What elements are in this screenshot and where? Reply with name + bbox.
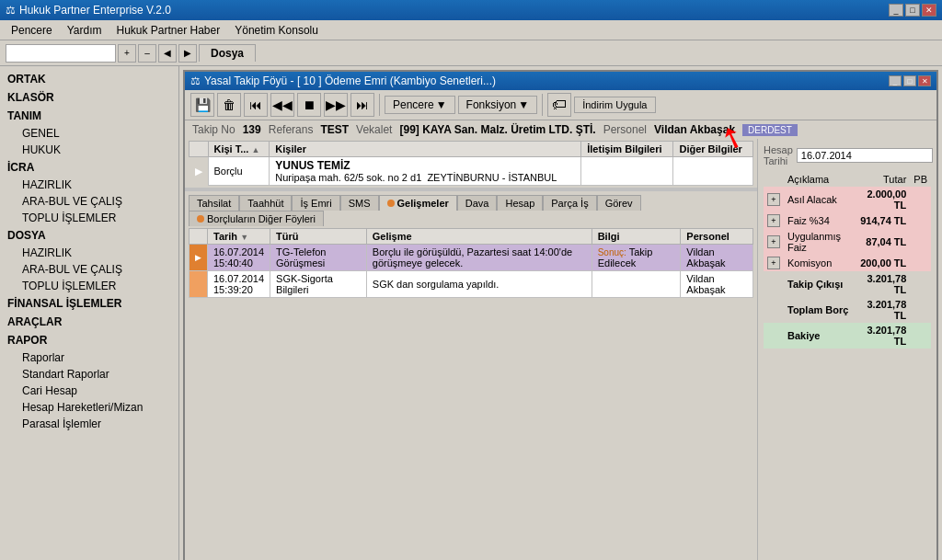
sidebar-item-dosya-toplu[interactable]: TOPLU İŞLEMLER [0, 278, 178, 294]
menu-yardim[interactable]: Yardım [60, 22, 109, 39]
takip-no: 139 [243, 123, 261, 136]
app-icon: ⚖ [6, 4, 16, 17]
menu-pencere[interactable]: Pencere [4, 22, 60, 39]
col-personel: Personel [681, 229, 753, 245]
hesap-tarihi-row: Hesap Tarihi ▼ [764, 144, 931, 166]
delete-btn[interactable]: 🗑 [217, 93, 241, 117]
inner-title-bar: ⚖ Yasal Takip Föyü - [ 10 ] Ödeme Emri (… [185, 72, 936, 90]
takip-amount: 3.201,78 TL [856, 271, 910, 297]
inner-minimize-btn[interactable]: _ [889, 75, 902, 86]
takip-label: Takip Çıkışı [784, 271, 856, 297]
sidebar-item-hesap-hareketleri[interactable]: Hesap Hareketleri/Mizan [0, 399, 178, 416]
sidebar-item-standart[interactable]: Standart Raporlar [0, 366, 178, 383]
col-gelisme: Gelişme [366, 229, 592, 245]
tutar-header: Tutar [856, 172, 910, 187]
forward-btn[interactable]: ▶ [178, 44, 197, 63]
sidebar-item-icra-toplu[interactable]: TOPLU İŞLEMLER [0, 210, 178, 226]
save-btn[interactable]: 💾 [190, 93, 214, 117]
durum-badge: DERDEST [742, 124, 798, 136]
sidebar-section-rapor: RAPOR [0, 331, 178, 349]
bakiye-amount: 3.201,78 TL [856, 323, 910, 349]
last-btn[interactable]: ⏭ [350, 93, 374, 117]
inner-maximize-btn[interactable]: □ [903, 75, 916, 86]
inner-window-title: Yasal Takip Föyü - [ 10 ] Ödeme Emri (Ka… [204, 74, 496, 87]
expand-asil[interactable]: + [767, 193, 780, 206]
gelisme-row-1[interactable]: ▶ 16.07.201415:40:40 TG-Telefon Görüşmes… [190, 245, 753, 271]
first-btn[interactable]: ⏮ [244, 93, 268, 117]
expand-uyg[interactable]: + [767, 235, 780, 248]
pencere-dropdown[interactable]: Pencere ▼ [385, 96, 455, 114]
sidebar-item-hukuk[interactable]: HUKUK [0, 142, 178, 158]
expand-faiz[interactable]: + [767, 214, 780, 227]
inner-window-icon: ⚖ [190, 74, 201, 87]
tab-diger-foyleri[interactable]: Borçluların Diğer Föyleri [189, 211, 324, 226]
col-tur: Türü [270, 229, 367, 245]
sidebar-section-tanim: TANIM [0, 107, 178, 125]
main-layout: ORTAK KLASÖR TANIM GENEL HUKUK İCRA HAZI… [0, 66, 942, 560]
tab-tahsilat[interactable]: Tahsilat [189, 195, 239, 211]
uyg-label: Uygulanmış Faiz [784, 229, 856, 255]
minimize-btn[interactable]: _ [889, 4, 903, 17]
app-title: Hukuk Partner Enterprise V.2.0 [19, 4, 171, 17]
tab-gelismeler[interactable]: Gelişmeler [379, 195, 457, 211]
komis-amount: 200,00 TL [856, 255, 910, 271]
menu-haber[interactable]: Hukuk Partner Haber [109, 22, 228, 39]
fonksiyon-dropdown[interactable]: Fonksiyon ▼ [458, 96, 538, 114]
summary-table: Açıklama Tutar PB + Asıl Alacak 2.000,00… [764, 172, 931, 349]
add-nav-btn[interactable]: + [118, 44, 136, 63]
next-btn[interactable]: ▶▶ [324, 93, 348, 117]
sidebar-item-icra-hazirlik[interactable]: HAZIRLIK [0, 177, 178, 193]
expand-komis[interactable]: + [767, 257, 780, 269]
maximize-btn[interactable]: □ [905, 4, 920, 17]
iletisim-cell [581, 157, 673, 186]
close-btn[interactable]: ✕ [922, 4, 936, 17]
gelisme-row-2[interactable]: 16.07.201415:39:20 SGK-Sigorta Bilgileri… [190, 271, 753, 298]
menu-konsol[interactable]: Yönetim Konsolu [227, 22, 326, 39]
tab-hesap[interactable]: Hesap [497, 195, 543, 211]
person-row[interactable]: ▶ Borçlu YUNUS TEMİZ Nuripaşa mah. 62/5 … [190, 157, 753, 186]
indirim-icon[interactable]: 🏷 [547, 93, 571, 117]
sidebar-item-icra-arabul[interactable]: ARA-BUL VE ÇALIŞ [0, 193, 178, 210]
hesap-tarihi-input[interactable] [797, 148, 933, 163]
toolbar-separator-1 [379, 94, 380, 116]
sidebar-item-raporlar[interactable]: Raporlar [0, 349, 178, 366]
indirim-uygula-btn[interactable]: İndirim Uygula [574, 97, 655, 113]
diger-cell [673, 157, 753, 186]
search-input[interactable] [6, 44, 116, 63]
col-diger: Diğer Bilgiler [673, 142, 753, 157]
kisi-tipi-cell: Borçlu [208, 157, 270, 186]
col-kisiler: Kişiler [270, 142, 581, 157]
summary-row-bakiye: Bakiye 3.201,78 TL [764, 323, 931, 349]
toplam-label: Toplam Borç [784, 297, 856, 323]
aciklama-header: Açıklama [784, 172, 856, 187]
summary-row-uyg: + Uygulanmış Faiz 87,04 TL [764, 229, 931, 255]
stop-btn[interactable]: ⏹ [297, 93, 321, 117]
referans: TEST [320, 123, 349, 136]
sidebar-section-klasor: KLASÖR [0, 88, 178, 107]
tab-gorev[interactable]: Görev [597, 195, 641, 211]
tab-dava[interactable]: Dava [457, 195, 498, 211]
toolbar-separator-2 [542, 94, 543, 116]
tab-parca-is[interactable]: Parça İş [543, 195, 596, 211]
bakiye-label: Bakiye [784, 323, 856, 349]
sidebar-item-cari[interactable]: Cari Hesap [0, 383, 178, 399]
nav-btn-2[interactable]: – [138, 44, 156, 63]
sidebar-item-genel[interactable]: GENEL [0, 125, 178, 142]
sidebar-item-dosya-hazirlik[interactable]: HAZIRLIK [0, 245, 178, 261]
tab-taahhut[interactable]: Taahhüt [239, 195, 292, 211]
col-iletisim: İletişim Bilgileri [581, 142, 673, 157]
asil-label: Asıl Alacak [784, 187, 856, 212]
sidebar-item-dosya-arabul[interactable]: ARA-BUL VE ÇALIŞ [0, 261, 178, 278]
kisi-adi-cell: YUNUS TEMİZ Nuripaşa mah. 62/5 sok. no 2… [270, 157, 581, 186]
title-controls: _ □ ✕ [889, 4, 936, 17]
prev-btn[interactable]: ◀◀ [270, 93, 294, 117]
sidebar: ORTAK KLASÖR TANIM GENEL HUKUK İCRA HAZI… [0, 66, 179, 560]
toplam-amount: 3.201,78 TL [856, 297, 910, 323]
summary-row-takip: Takip Çıkışı 3.201,78 TL [764, 271, 931, 297]
tab-is-emri[interactable]: İş Emri [292, 195, 339, 211]
back-btn[interactable]: ◀ [158, 44, 177, 63]
inner-close-btn[interactable]: ✕ [918, 75, 931, 86]
sidebar-item-parasal[interactable]: Parasal İşlemler [0, 416, 178, 432]
dosya-tab[interactable]: Dosya [199, 44, 256, 62]
tab-sms[interactable]: SMS [340, 195, 379, 211]
